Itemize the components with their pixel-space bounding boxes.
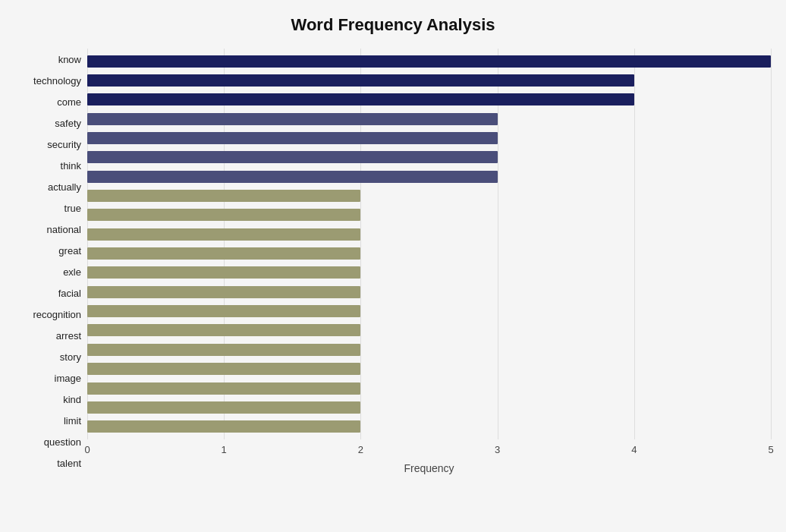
bar	[87, 190, 360, 202]
chart-title: Word Frequency Analysis	[15, 15, 771, 35]
bar	[87, 247, 360, 260]
x-tick: 4	[631, 444, 637, 455]
bar	[87, 344, 360, 356]
x-tick: 5	[768, 444, 773, 455]
y-label: national	[46, 225, 81, 235]
y-label: actually	[48, 182, 81, 192]
chart-area: knowtechnologycomesafetysecuritythinkact…	[15, 49, 771, 474]
y-label: story	[60, 352, 81, 362]
y-labels: knowtechnologycomesafetysecuritythinkact…	[15, 49, 87, 474]
bar	[87, 324, 360, 336]
bar-row	[87, 321, 771, 340]
grid-and-bars	[87, 49, 771, 439]
bar	[87, 171, 498, 183]
grid-line	[771, 49, 772, 439]
y-label: technology	[33, 76, 81, 86]
bars-wrapper	[87, 49, 771, 439]
bar-row	[87, 360, 771, 379]
bars-and-grid: 012345 Frequency	[87, 49, 771, 474]
bar-row	[87, 206, 771, 225]
bar	[87, 363, 360, 375]
bar-row	[87, 109, 771, 128]
x-tick: 2	[358, 444, 363, 455]
y-label: kind	[63, 395, 81, 405]
bar-row	[87, 167, 771, 186]
y-label: come	[57, 97, 81, 107]
bar-row	[87, 398, 771, 417]
x-tick: 0	[84, 444, 90, 455]
bar	[87, 209, 360, 221]
y-label: true	[64, 203, 81, 213]
y-label: arrest	[56, 331, 81, 341]
bar-row	[87, 417, 771, 436]
bar	[87, 151, 498, 163]
bar-row	[87, 282, 771, 301]
y-label: great	[58, 246, 81, 256]
x-tick: 1	[222, 444, 227, 455]
y-label: think	[61, 161, 81, 171]
y-label: know	[58, 55, 81, 65]
bar	[87, 55, 771, 68]
x-axis: 012345	[87, 444, 771, 459]
bar-row	[87, 340, 771, 359]
bar-row	[87, 263, 771, 282]
y-label: exle	[63, 267, 81, 277]
y-label: limit	[64, 416, 81, 426]
bar	[87, 420, 360, 433]
bar-row	[87, 225, 771, 244]
bar	[87, 132, 498, 144]
bar-row	[87, 186, 771, 205]
bar	[87, 286, 360, 298]
y-label: security	[47, 140, 81, 150]
bar-row	[87, 90, 771, 109]
bar-row	[87, 379, 771, 398]
bar-row	[87, 148, 771, 167]
bar	[87, 74, 634, 87]
bar	[87, 113, 498, 125]
y-label: image	[55, 373, 81, 383]
bar-row	[87, 128, 771, 147]
bar-row	[87, 52, 771, 71]
bar	[87, 228, 360, 241]
y-label: question	[44, 437, 81, 447]
bar-row	[87, 301, 771, 320]
x-tick: 3	[495, 444, 500, 455]
bar	[87, 382, 360, 395]
y-label: safety	[55, 118, 81, 128]
y-label: talent	[57, 458, 81, 468]
bar-row	[87, 71, 771, 90]
x-axis-label: Frequency	[87, 462, 771, 474]
bar	[87, 266, 360, 279]
bar-row	[87, 244, 771, 263]
bar	[87, 305, 360, 317]
y-label: recognition	[33, 310, 81, 320]
chart-container: Word Frequency Analysis knowtechnologyco…	[0, 0, 786, 532]
bar	[87, 401, 360, 414]
y-label: facial	[58, 288, 81, 298]
bar	[87, 93, 634, 105]
